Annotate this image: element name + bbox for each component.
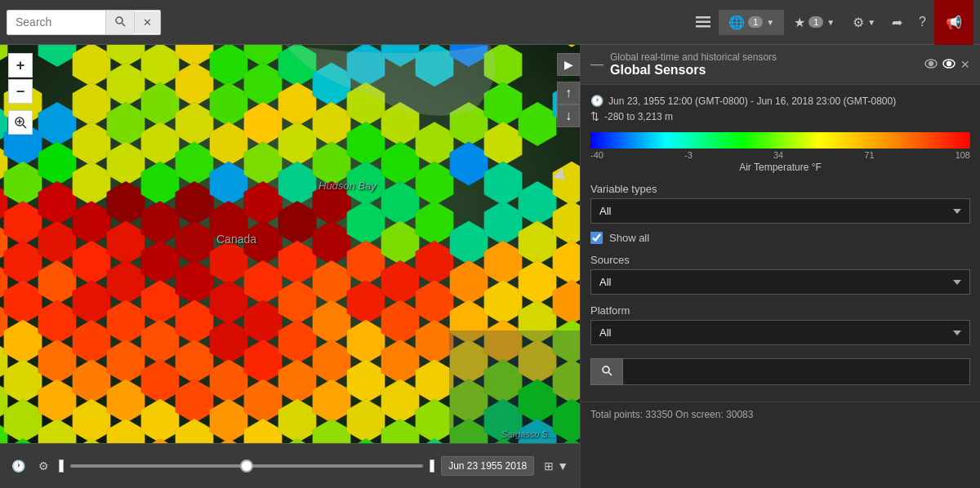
scale-label-3: 71 bbox=[864, 150, 874, 160]
panel-search bbox=[590, 358, 970, 385]
meta-time-text: Jun 23, 1955 12:00 (GMT-0800) - Jun 16, … bbox=[608, 95, 896, 107]
meta-elev-row: ⇅ -280 to 3,213 m bbox=[590, 110, 970, 122]
variable-types-select[interactable]: All Air Temperature Water Temperature Wi… bbox=[590, 198, 970, 224]
show-all-checkbox[interactable] bbox=[590, 232, 603, 244]
svg-rect-4 bbox=[696, 25, 710, 28]
timeline-settings-button[interactable]: ⚙ bbox=[35, 456, 52, 476]
search-clear-button[interactable]: ✕ bbox=[134, 11, 160, 33]
hex-map[interactable] bbox=[0, 45, 580, 443]
search-box: ✕ bbox=[7, 10, 161, 35]
help-button[interactable]: ? bbox=[911, 10, 934, 34]
panel-collapse-button[interactable]: — bbox=[590, 57, 604, 72]
gear-icon: ⚙ bbox=[853, 15, 864, 30]
map-updown-controls: ↑ ↓ bbox=[557, 82, 580, 127]
elevation-icon: ⇅ bbox=[590, 110, 599, 122]
scale-label-1: -3 bbox=[684, 150, 693, 160]
settings-dropdown-icon: ▼ bbox=[867, 18, 875, 27]
panel-header-text: Global real-time and historical sensors … bbox=[610, 51, 777, 78]
timeline: 🕐 ⚙ Jun 23 1955 2018 ⊞ ▼ bbox=[0, 443, 580, 488]
svg-rect-2 bbox=[696, 16, 710, 19]
scale-label-0: -40 bbox=[590, 150, 604, 160]
toolbar: ✕ 🌐 1 ▼ ★ 1 ▼ ⚙ ▼ ➦ ? 📢 bbox=[0, 0, 980, 45]
variable-types-label: Variable types bbox=[590, 183, 970, 195]
scale-label-4: 108 bbox=[956, 150, 970, 160]
search-button[interactable] bbox=[105, 11, 134, 34]
panel-eye-button[interactable] bbox=[924, 58, 938, 71]
show-all-row: Show all bbox=[590, 232, 970, 244]
svg-point-13 bbox=[929, 62, 933, 66]
panel-subtitle: Global real-time and historical sensors bbox=[610, 51, 777, 63]
expand-panel-button[interactable]: ▶ bbox=[557, 53, 580, 76]
forward-button[interactable]: ➦ bbox=[884, 10, 911, 35]
clock-icon: 🕐 bbox=[590, 95, 604, 107]
panel-header-icons: ✕ bbox=[924, 58, 970, 71]
panel-title: Global Sensors bbox=[610, 63, 777, 78]
help-icon: ? bbox=[919, 15, 926, 29]
globe-icon: 🌐 bbox=[728, 15, 745, 30]
timeline-track[interactable] bbox=[70, 464, 423, 468]
svg-line-1 bbox=[122, 23, 126, 26]
panel-close-button[interactable]: ✕ bbox=[960, 58, 970, 71]
zoom-out-button[interactable]: − bbox=[8, 79, 33, 104]
broadcast-button[interactable]: 📢 bbox=[934, 0, 973, 45]
svg-point-16 bbox=[603, 366, 609, 373]
color-scale-title: Air Temperature °F bbox=[590, 162, 970, 173]
panel-footer: Total points: 33350 On screen: 30083 bbox=[581, 401, 980, 427]
sources-select[interactable]: All NOAA NASA ESA bbox=[590, 269, 970, 295]
map-right-controls: ▶ bbox=[557, 53, 580, 76]
color-scale-labels: -40 -3 34 71 108 bbox=[590, 150, 970, 160]
svg-rect-7 bbox=[449, 331, 580, 443]
color-scale: -40 -3 34 71 108 Air Temperature °F bbox=[590, 132, 970, 173]
meta-time-row: 🕐 Jun 23, 1955 12:00 (GMT-0800) - Jun 16… bbox=[590, 95, 970, 107]
panel-search-button[interactable] bbox=[590, 358, 623, 385]
pan-up-button[interactable]: ↑ bbox=[557, 82, 580, 104]
panel-search-input[interactable] bbox=[623, 358, 970, 385]
panel-body: 🕐 Jun 23, 1955 12:00 (GMT-0800) - Jun 16… bbox=[581, 85, 980, 395]
show-all-label[interactable]: Show all bbox=[609, 232, 649, 244]
star-badge: 1 bbox=[808, 16, 823, 28]
panel-eye-open-button[interactable] bbox=[942, 58, 956, 71]
total-points-text: Total points: 33350 On screen: 30083 bbox=[590, 409, 753, 420]
timeline-filter-button[interactable]: ⊞ ▼ bbox=[541, 456, 572, 476]
right-panel: — Global real-time and historical sensor… bbox=[580, 45, 980, 488]
settings-button[interactable]: ⚙ ▼ bbox=[844, 10, 884, 35]
timeline-clock-button[interactable]: 🕐 bbox=[8, 456, 29, 476]
search-input[interactable] bbox=[7, 11, 105, 33]
zoom-in-button[interactable]: + bbox=[8, 53, 33, 78]
svg-point-15 bbox=[947, 62, 951, 66]
sources-label: Sources bbox=[590, 254, 970, 266]
globe-button[interactable]: 🌐 1 ▼ bbox=[719, 10, 784, 35]
favorites-button[interactable]: ★ 1 ▼ bbox=[784, 10, 844, 35]
svg-line-9 bbox=[23, 125, 26, 128]
layers-button[interactable] bbox=[688, 11, 719, 33]
map-area[interactable]: Canada Hudson Bay Sargasso S... + − ▶ ↑ … bbox=[0, 45, 580, 488]
timeline-date-label: Jun 23 1955 2018 bbox=[441, 456, 534, 476]
globe-badge: 1 bbox=[748, 16, 763, 28]
platform-select[interactable]: All Satellite Ground Station Buoy bbox=[590, 320, 970, 345]
timeline-playhead[interactable] bbox=[240, 459, 253, 472]
map-zoom-controls: + − bbox=[8, 53, 33, 135]
zoom-fit-button[interactable] bbox=[8, 110, 33, 135]
globe-dropdown-icon: ▼ bbox=[766, 18, 774, 27]
platform-label: Platform bbox=[590, 304, 970, 317]
color-scale-bar bbox=[590, 132, 970, 149]
panel-header: — Global real-time and historical sensor… bbox=[581, 45, 980, 85]
star-dropdown-icon: ▼ bbox=[826, 18, 835, 27]
svg-line-17 bbox=[609, 373, 612, 376]
svg-point-0 bbox=[116, 17, 122, 24]
timeline-slider[interactable] bbox=[70, 464, 423, 468]
scale-label-2: 34 bbox=[773, 150, 783, 160]
panel-meta: 🕐 Jun 23, 1955 12:00 (GMT-0800) - Jun 16… bbox=[590, 95, 970, 122]
broadcast-icon: 📢 bbox=[946, 16, 962, 29]
pan-down-button[interactable]: ↓ bbox=[557, 104, 580, 127]
forward-icon: ➦ bbox=[892, 15, 902, 30]
timeline-right-handle[interactable] bbox=[430, 459, 434, 472]
meta-elev-text: -280 to 3,213 m bbox=[604, 111, 673, 122]
svg-rect-3 bbox=[696, 21, 710, 24]
star-icon: ★ bbox=[794, 15, 805, 30]
timeline-left-handle[interactable] bbox=[59, 459, 64, 472]
